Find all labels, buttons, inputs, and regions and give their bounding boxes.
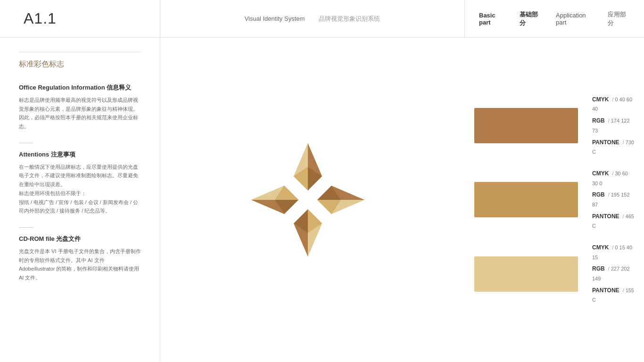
center-panel (160, 38, 455, 362)
header-text-cn: 品牌视觉形象识别系统 (319, 15, 380, 23)
color-swatch-1 (474, 108, 578, 143)
section-title: 标准彩色标志 (19, 52, 141, 69)
color-rgb-3: RGB/227 202 149 (592, 264, 634, 283)
nav-app-en[interactable]: Application part (556, 12, 594, 26)
color-rgb-1: RGB/174 122 73 (592, 116, 634, 135)
color-pantone-3: PANTONE/155 C (592, 286, 634, 305)
color-info-3: CMYK/0 15 40 15 RGB/227 202 149 PANTONE/… (592, 243, 634, 305)
cdrom-heading: CD-ROM file 光盘文件 (19, 235, 141, 243)
color-cmyk-1: CMYK/0 40 60 40 (592, 95, 634, 114)
attentions-section: Attentions 注意事项 在一般情况下使用品牌标志，应尽量使用提供的光盘电… (19, 150, 141, 215)
office-text: 标志是品牌使用频率最高的视觉符号以及形成品牌视觉形象的核心元素，是品牌形象的象征… (19, 96, 141, 131)
color-row-3: CMYK/0 15 40 15 RGB/227 202 149 PANTONE/… (474, 243, 625, 305)
nav-basic-cn[interactable]: 基础部分 (520, 10, 542, 27)
header-text-en: Visual Identity System (245, 15, 305, 22)
attentions-text: 在一般情况下使用品牌标志，应尽量使用提供的光盘电子文件，不建议使用标准制图绘制标… (19, 163, 141, 215)
page-code: A1.1 (24, 10, 57, 27)
color-cmyk-2: CMYK/30 60 30 0 (592, 169, 634, 188)
header-left: A1.1 (0, 0, 160, 37)
office-section: Office Regulation Information 信息释义 标志是品牌… (19, 83, 141, 131)
right-panel: CMYK/0 40 60 40 RGB/174 122 73 PANTONE/7… (455, 38, 644, 362)
color-info-1: CMYK/0 40 60 40 RGB/174 122 73 PANTONE/7… (592, 95, 634, 157)
color-info-2: CMYK/30 60 30 0 RGB/195 152 87 PANTONE/4… (592, 169, 634, 231)
header-center: Visual Identity System 品牌视觉形象识别系统 (160, 0, 465, 37)
cdrom-section: CD-ROM file 光盘文件 光盘文件是本 VI 手册电子文件的集合，内含手… (19, 235, 141, 282)
office-heading: Office Regulation Information 信息释义 (19, 83, 141, 92)
left-panel: 标准彩色标志 Office Regulation Information 信息释… (0, 38, 160, 362)
nav-basic-en[interactable]: Basic part (479, 12, 505, 26)
brand-logo (242, 134, 374, 266)
color-row-1: CMYK/0 40 60 40 RGB/174 122 73 PANTONE/7… (474, 95, 625, 157)
header: A1.1 Visual Identity System 品牌视觉形象识别系统 B… (0, 0, 644, 38)
logo-container (237, 129, 379, 271)
color-rgb-2: RGB/195 152 87 (592, 190, 634, 209)
header-right: Basic part 基础部分 Application part 应用部分 (465, 0, 644, 37)
color-swatch-3 (474, 256, 578, 292)
nav-app-cn[interactable]: 应用部分 (608, 10, 630, 27)
divider-2 (19, 227, 33, 228)
color-pantone-1: PANTONE/730 C (592, 138, 634, 157)
divider-1 (19, 143, 33, 143)
attentions-heading: Attentions 注意事项 (19, 150, 141, 159)
color-row-2: CMYK/30 60 30 0 RGB/195 152 87 PANTONE/4… (474, 169, 625, 231)
svg-marker-20 (298, 190, 317, 209)
color-cmyk-3: CMYK/0 15 40 15 (592, 243, 634, 262)
main-content: 标准彩色标志 Office Regulation Information 信息释… (0, 38, 644, 362)
color-pantone-2: PANTONE/465 C (592, 212, 634, 231)
color-swatch-2 (474, 182, 578, 217)
cdrom-text: 光盘文件是本 VI 手册电子文件的集合，内含手册制作时的专用软件格式文件。其中 … (19, 247, 141, 282)
